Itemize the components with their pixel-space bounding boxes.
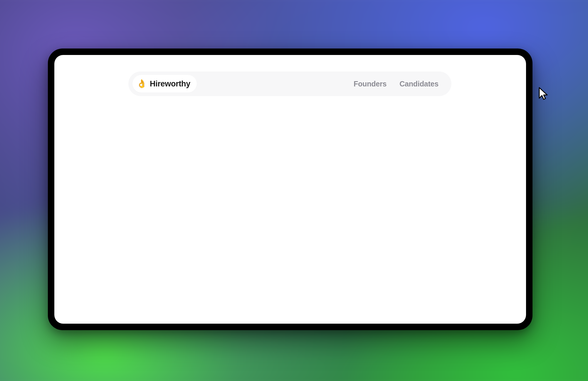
tablet-frame: 👌 Hireworthy Founders Candidates [48,49,532,330]
nav-links: Founders Candidates [354,80,447,88]
brand-pill[interactable]: 👌 Hireworthy [132,75,197,93]
top-nav-bar: 👌 Hireworthy Founders Candidates [128,71,451,96]
ok-hand-icon: 👌 [137,80,147,88]
nav-link-candidates[interactable]: Candidates [399,80,439,88]
nav-link-founders[interactable]: Founders [354,80,387,88]
brand-name: Hireworthy [150,79,190,88]
page-content: 👌 Hireworthy Founders Candidates [54,55,526,324]
tablet-screen: 👌 Hireworthy Founders Candidates [54,55,526,324]
